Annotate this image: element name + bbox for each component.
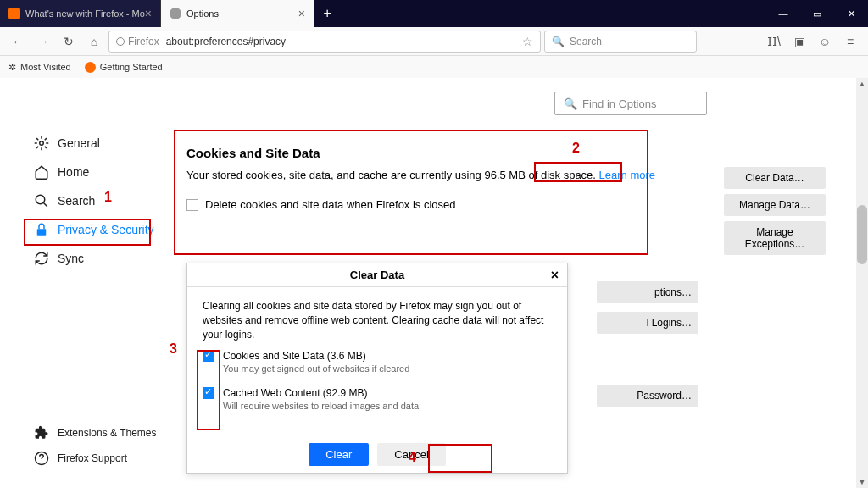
- checkbox-sublabel: You may get signed out of websites if cl…: [223, 363, 409, 374]
- tab-options[interactable]: Options ×: [161, 0, 314, 27]
- cancel-button[interactable]: Cancel: [377, 443, 445, 466]
- close-icon[interactable]: ×: [145, 7, 152, 20]
- maximize-button[interactable]: ▭: [800, 0, 834, 27]
- close-button[interactable]: ✕: [834, 0, 868, 27]
- options-button-partial[interactable]: ptions…: [597, 281, 698, 303]
- minimize-button[interactable]: —: [766, 0, 800, 27]
- cookies-section: Cookies and Site Data Your stored cookie…: [178, 137, 834, 263]
- address-bar[interactable]: Firefox about:preferences#privacy ☆: [108, 30, 541, 53]
- section-title: Cookies and Site Data: [186, 146, 826, 160]
- sync-icon: [34, 251, 49, 266]
- scroll-down-icon[interactable]: ▼: [858, 478, 866, 486]
- clear-data-dialog: Clear Data × Clearing all cookies and si…: [186, 263, 568, 474]
- search-input[interactable]: 🔍 Search: [544, 30, 697, 53]
- forward-button[interactable]: →: [32, 30, 54, 53]
- manage-data-button[interactable]: Manage Data…: [724, 194, 826, 216]
- search-icon: 🔍: [552, 36, 565, 47]
- cache-checkbox[interactable]: [203, 387, 214, 399]
- section-description: Your stored cookies, site data, and cach…: [186, 167, 707, 255]
- tab-whats-new[interactable]: What's new with Firefox - Mo ×: [0, 0, 161, 27]
- window-titlebar: What's new with Firefox - Mo × Options ×…: [0, 0, 868, 27]
- firefox-icon: [85, 62, 96, 73]
- scroll-up-icon[interactable]: ▲: [858, 80, 866, 88]
- library-icon[interactable]: 𝖨𝖨\: [763, 30, 785, 53]
- logins-button-partial[interactable]: l Logins…: [597, 312, 698, 334]
- svg-point-1: [36, 195, 45, 204]
- bookmark-getting-started[interactable]: Getting Started: [85, 62, 163, 73]
- learn-more-link[interactable]: Learn more: [599, 169, 655, 181]
- url-text: about:preferences#privacy: [166, 36, 522, 47]
- sidebar-item-home[interactable]: Home: [25, 158, 170, 186]
- clear-button[interactable]: Clear: [309, 443, 369, 466]
- options-search-input[interactable]: 🔍 Find in Options: [554, 92, 707, 115]
- puzzle-icon: [34, 425, 49, 441]
- bookmark-star-icon[interactable]: ☆: [522, 35, 533, 48]
- sidebar-item-search[interactable]: Search: [25, 186, 170, 215]
- sidebar-item-privacy[interactable]: Privacy & Security: [25, 215, 170, 244]
- gear-icon: [34, 136, 49, 151]
- bookmarks-toolbar: ✲ Most Visited Getting Started: [0, 56, 868, 78]
- background-buttons: ptions… l Logins… Password…: [597, 281, 698, 407]
- menu-icon[interactable]: ≡: [839, 30, 861, 53]
- close-icon[interactable]: ×: [298, 7, 305, 20]
- dialog-header: Clear Data ×: [187, 263, 567, 287]
- search-icon: 🔍: [564, 97, 577, 110]
- svg-point-0: [40, 141, 44, 146]
- new-tab-button[interactable]: +: [314, 6, 341, 21]
- cookies-checkbox[interactable]: [203, 350, 214, 362]
- bookmark-most-visited[interactable]: ✲ Most Visited: [8, 62, 71, 73]
- sidebar-item-extensions[interactable]: Extensions & Themes: [25, 420, 165, 446]
- sidebar-item-support[interactable]: Firefox Support: [25, 446, 165, 471]
- checkbox-label: Cached Web Content (92.9 MB): [223, 387, 419, 399]
- sidebar-item-general[interactable]: General: [25, 129, 170, 158]
- back-button[interactable]: ←: [7, 30, 29, 53]
- help-icon: [34, 451, 49, 466]
- sidebar-icon[interactable]: ▣: [788, 30, 810, 53]
- dialog-close-button[interactable]: ×: [551, 268, 559, 283]
- reload-button[interactable]: ↻: [58, 30, 80, 53]
- checkbox-label: Cookies and Site Data (3.6 MB): [223, 350, 409, 362]
- account-icon[interactable]: ☺: [814, 30, 836, 53]
- delete-on-close-checkbox[interactable]: [186, 199, 198, 211]
- password-button-partial[interactable]: Password…: [597, 385, 698, 407]
- home-icon: [34, 164, 49, 180]
- firefox-badge: Firefox: [116, 36, 159, 47]
- firefox-icon: [8, 8, 20, 19]
- url-toolbar: ← → ↻ ⌂ Firefox about:preferences#privac…: [0, 27, 868, 56]
- tab-label: Options: [186, 8, 219, 19]
- clear-data-button[interactable]: Clear Data…: [724, 167, 826, 189]
- lock-icon: [34, 222, 49, 237]
- scrollbar[interactable]: ▲ ▼: [856, 78, 868, 488]
- dialog-description: Clearing all cookies and site data store…: [203, 299, 552, 341]
- tab-label: What's new with Firefox - Mo: [25, 8, 145, 19]
- search-icon: [34, 193, 49, 208]
- gear-icon: [170, 8, 181, 19]
- star-icon: ✲: [8, 62, 16, 73]
- checkbox-label: Delete cookies and site data when Firefo…: [205, 197, 456, 214]
- manage-exceptions-button[interactable]: Manage Exceptions…: [724, 221, 826, 255]
- checkbox-sublabel: Will require websites to reload images a…: [223, 401, 419, 411]
- svg-rect-2: [37, 229, 47, 236]
- sidebar-item-sync[interactable]: Sync: [25, 244, 170, 273]
- settings-sidebar: General Home Search Privacy & Security S…: [0, 78, 170, 488]
- home-button[interactable]: ⌂: [83, 30, 105, 53]
- scroll-thumb[interactable]: [857, 205, 867, 264]
